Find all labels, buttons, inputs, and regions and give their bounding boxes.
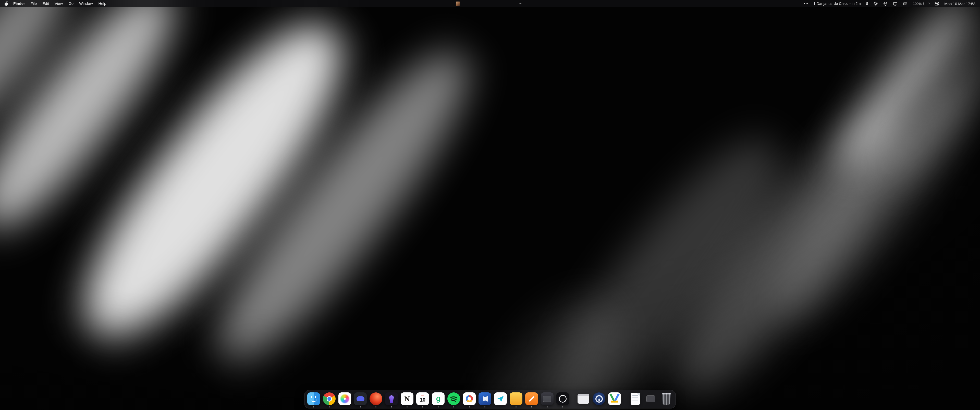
dock-item-red-app[interactable] — [369, 393, 382, 405]
menubar-extra-dots[interactable]: ⋯ — [519, 0, 522, 7]
notion-icon: N — [401, 393, 414, 405]
ellipsis-small-icon: ⋯ — [519, 1, 522, 6]
apple-menu-icon[interactable] — [5, 2, 8, 6]
dock-item-finder[interactable] — [307, 393, 320, 405]
spotify-icon — [447, 393, 460, 405]
menu-bar-status: ••• Dar jantar do Chico - in 2m $ — [804, 2, 977, 6]
red-app-icon — [369, 393, 382, 405]
yellow-app-icon — [510, 393, 522, 405]
display-icon[interactable] — [893, 2, 897, 6]
dark-circle-app-icon — [556, 393, 569, 405]
event-color-bar-icon — [814, 2, 815, 5]
globe-icon[interactable] — [883, 2, 888, 6]
blue-code-app-icon — [479, 393, 491, 405]
discord-icon — [354, 393, 367, 405]
dock-item-window-preview[interactable] — [577, 393, 590, 405]
dock: N 10 g — [304, 390, 676, 408]
1password-icon — [593, 393, 605, 405]
running-indicator — [484, 407, 485, 407]
dark-terminal-app-icon — [541, 393, 554, 405]
menu-bar: Finder File Edit View Go Window Help ⋯ •… — [0, 0, 980, 7]
dock-item-tableplus[interactable] — [463, 393, 476, 405]
menu-view[interactable]: View — [52, 0, 65, 7]
dock-item-blue-code-app[interactable] — [479, 393, 491, 405]
running-indicator — [562, 407, 563, 407]
dock-separator — [573, 393, 573, 405]
running-indicator — [453, 407, 454, 407]
active-app-menu[interactable]: Finder — [11, 0, 28, 7]
menubar-app-icon[interactable] — [456, 0, 460, 7]
dock-item-dark-circle-app[interactable] — [556, 393, 569, 405]
window-preview-icon — [578, 394, 589, 404]
menu-go[interactable]: Go — [65, 0, 76, 7]
menu-bar-left: Finder File Edit View Go Window Help — [3, 0, 109, 7]
dock-item-1password[interactable] — [593, 393, 605, 405]
calendar-day-number: 10 — [420, 397, 425, 403]
menu-file[interactable]: File — [28, 0, 40, 7]
dock-item-yellow-app[interactable] — [510, 393, 522, 405]
green-letter-app-icon: g — [432, 393, 445, 405]
running-indicator — [329, 407, 330, 407]
running-indicator — [407, 407, 407, 407]
dock-item-notion[interactable]: N — [401, 393, 414, 405]
menubar-app-thumbnail-icon — [456, 2, 460, 6]
green-app-letter: g — [436, 395, 441, 403]
google-drive-icon — [608, 393, 621, 405]
menu-window[interactable]: Window — [76, 0, 95, 7]
chrome-icon — [323, 393, 336, 405]
running-indicator — [515, 407, 517, 407]
battery-percent: 100% — [913, 2, 922, 6]
dock-item-dark-terminal-app[interactable] — [541, 393, 554, 405]
document-file-icon — [631, 393, 640, 405]
running-indicator — [422, 407, 423, 407]
dollar-icon[interactable]: $ — [866, 2, 868, 6]
running-indicator — [313, 407, 314, 407]
dock-item-chrome[interactable] — [323, 393, 336, 405]
dock-item-teal-app[interactable] — [494, 393, 507, 405]
dock-item-obsidian[interactable] — [385, 393, 398, 405]
trash-icon — [662, 393, 671, 405]
dock-item-calendar[interactable]: 10 — [416, 393, 429, 405]
battery-status[interactable]: 100% — [913, 2, 929, 6]
running-indicator — [375, 407, 376, 407]
teal-app-icon — [494, 393, 507, 405]
running-indicator — [438, 407, 439, 407]
obsidian-icon — [385, 393, 398, 405]
calendar-event-item[interactable]: Dar jantar do Chico - in 2m — [814, 2, 861, 6]
dock-item-orange-pencil-app[interactable] — [525, 393, 538, 405]
orange-pencil-app-icon — [525, 393, 538, 405]
wallpaper-vignette — [0, 0, 980, 410]
running-indicator — [547, 407, 548, 407]
dock-item-document[interactable] — [629, 393, 641, 405]
keyboard-icon[interactable] — [903, 2, 907, 6]
status-overflow-icon[interactable]: ••• — [804, 2, 809, 5]
gear-icon[interactable] — [873, 2, 878, 6]
running-indicator — [391, 407, 392, 407]
calendar-icon: 10 — [416, 393, 429, 405]
notion-letter: N — [404, 395, 410, 403]
desktop[interactable] — [0, 0, 980, 410]
dock-item-minimized-window[interactable] — [644, 393, 657, 405]
event-text: Dar jantar do Chico - in 2m — [816, 2, 861, 6]
colorful-app-icon — [339, 393, 351, 405]
minimized-window-icon — [646, 396, 655, 402]
dock-item-trash[interactable] — [660, 393, 673, 405]
dock-item-colorful-app[interactable] — [339, 393, 351, 405]
control-center-icon[interactable] — [935, 2, 939, 6]
dock-item-spotify[interactable] — [447, 393, 460, 405]
menu-help[interactable]: Help — [96, 0, 109, 7]
running-indicator — [469, 407, 470, 407]
battery-icon — [923, 2, 929, 5]
dock-item-green-letter-app[interactable]: g — [432, 393, 445, 405]
running-indicator — [531, 407, 532, 407]
menu-bar-clock[interactable]: Mon 10 Mar 17:58 — [944, 2, 975, 6]
finder-icon — [307, 393, 320, 405]
menu-edit[interactable]: Edit — [40, 0, 52, 7]
tableplus-icon — [463, 393, 476, 405]
running-indicator — [360, 407, 361, 407]
dock-item-google-drive[interactable] — [608, 393, 621, 405]
dock-item-discord[interactable] — [354, 393, 367, 405]
dock-separator — [625, 393, 625, 405]
